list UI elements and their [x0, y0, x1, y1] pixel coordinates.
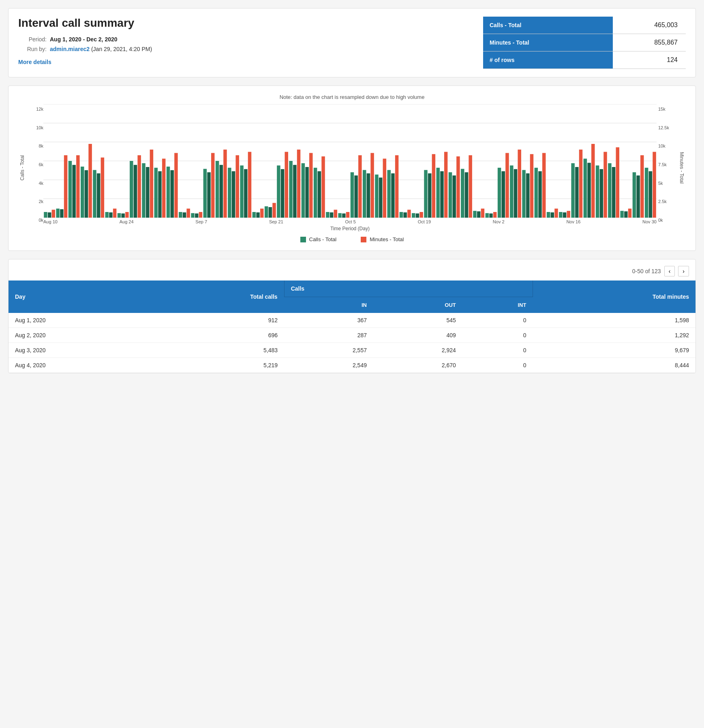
svg-rect-17	[85, 170, 88, 218]
svg-rect-111	[469, 155, 472, 218]
cell-total-calls: 5,219	[152, 358, 285, 373]
stat-value-rows: 124	[613, 51, 686, 69]
svg-rect-155	[649, 171, 652, 218]
cell-int: 0	[462, 313, 533, 328]
svg-rect-138	[579, 150, 582, 218]
runby-user[interactable]: admin.miarec2	[50, 46, 90, 52]
svg-rect-59	[256, 212, 259, 218]
table-row: Aug 1, 2020 912 367 545 0 1,598	[9, 313, 695, 328]
svg-rect-13	[68, 161, 72, 218]
svg-rect-76	[326, 212, 329, 218]
svg-rect-115	[486, 213, 489, 218]
svg-rect-128	[538, 171, 541, 218]
svg-rect-140	[587, 163, 591, 218]
svg-rect-50	[220, 165, 223, 218]
svg-rect-62	[269, 207, 272, 218]
svg-rect-84	[358, 155, 362, 218]
svg-rect-56	[244, 169, 247, 218]
svg-rect-101	[428, 173, 431, 218]
svg-rect-141	[591, 144, 595, 218]
svg-rect-121	[510, 165, 513, 218]
stat-row-calls: Calls - Total 465,003	[483, 17, 686, 34]
svg-rect-146	[612, 167, 615, 218]
svg-rect-49	[216, 161, 219, 218]
cell-total-minutes: 8,444	[533, 358, 695, 373]
th-int: INT	[462, 297, 533, 313]
svg-rect-44	[195, 214, 198, 218]
table-card: 0-50 of 123 ‹ › Day Total calls Calls To…	[8, 259, 696, 373]
cell-in: 367	[284, 313, 373, 328]
stat-row-minutes: Minutes - Total 855,867	[483, 34, 686, 51]
table-header-row: Day Total calls Calls Total minutes	[9, 280, 695, 297]
th-total-calls: Total calls	[152, 280, 285, 313]
svg-rect-152	[636, 176, 640, 218]
cell-in: 2,557	[284, 343, 373, 358]
cell-day: Aug 4, 2020	[9, 358, 152, 373]
svg-rect-94	[400, 212, 403, 218]
svg-rect-11	[60, 209, 63, 218]
th-in: IN	[284, 297, 373, 313]
svg-rect-9	[52, 210, 55, 218]
svg-rect-53	[232, 171, 235, 218]
period-value: Aug 1, 2020 - Dec 2, 2020	[50, 36, 118, 43]
period-row: Period: Aug 1, 2020 - Dec 2, 2020	[18, 36, 483, 43]
th-total-minutes: Total minutes	[533, 280, 695, 313]
svg-rect-124	[522, 170, 525, 218]
svg-rect-145	[608, 163, 611, 218]
svg-rect-51	[223, 150, 227, 218]
cell-in: 287	[284, 328, 373, 343]
stat-label-minutes: Minutes - Total	[483, 34, 613, 51]
svg-rect-150	[628, 209, 631, 218]
svg-rect-65	[281, 169, 284, 218]
svg-rect-32	[146, 167, 149, 218]
th-day: Day	[9, 280, 152, 313]
svg-rect-45	[199, 212, 202, 218]
svg-rect-110	[465, 172, 468, 218]
svg-rect-99	[419, 212, 423, 218]
th-out: OUT	[373, 297, 462, 313]
svg-rect-47	[207, 172, 210, 218]
more-details-link[interactable]: More details	[18, 59, 51, 65]
svg-rect-85	[363, 170, 366, 218]
svg-rect-106	[449, 172, 452, 218]
cell-int: 0	[462, 328, 533, 343]
cell-int: 0	[462, 343, 533, 358]
svg-rect-25	[118, 213, 121, 218]
legend-calls-label: Calls - Total	[309, 236, 337, 242]
svg-rect-117	[493, 212, 496, 218]
svg-rect-67	[289, 161, 292, 218]
svg-rect-20	[97, 173, 100, 218]
svg-rect-108	[456, 156, 460, 218]
svg-rect-132	[554, 209, 558, 218]
x-axis-label: Time Period (Day)	[43, 226, 657, 231]
svg-rect-114	[481, 209, 484, 218]
runby-date: (Jan 29, 2021, 4:20 PM)	[91, 46, 152, 52]
pagination-next-button[interactable]: ›	[678, 266, 689, 276]
svg-rect-154	[645, 168, 648, 218]
page-title: Interval call summary	[18, 17, 483, 30]
svg-rect-86	[367, 173, 370, 218]
svg-rect-83	[354, 176, 357, 218]
svg-rect-18	[88, 144, 92, 218]
svg-rect-31	[142, 163, 145, 218]
svg-rect-75	[321, 156, 325, 218]
cell-in: 2,549	[284, 358, 373, 373]
svg-rect-16	[81, 167, 84, 218]
legend-minutes-label: Minutes - Total	[370, 236, 404, 242]
pagination-prev-button[interactable]: ‹	[664, 266, 675, 276]
svg-rect-139	[584, 158, 587, 218]
runby-row: Run by: admin.miarec2 (Jan 29, 2021, 4:2…	[18, 46, 483, 52]
svg-rect-144	[603, 152, 607, 218]
svg-rect-133	[559, 212, 562, 218]
legend-minutes-color	[361, 237, 366, 242]
svg-rect-36	[162, 158, 165, 218]
svg-rect-33	[150, 150, 153, 218]
svg-rect-127	[535, 168, 538, 218]
svg-rect-58	[252, 212, 256, 218]
svg-rect-103	[437, 168, 440, 218]
cell-day: Aug 3, 2020	[9, 343, 152, 358]
svg-rect-91	[387, 170, 390, 218]
pagination-info: 0-50 of 123	[632, 268, 661, 274]
svg-rect-90	[383, 158, 386, 218]
svg-rect-147	[616, 147, 619, 218]
